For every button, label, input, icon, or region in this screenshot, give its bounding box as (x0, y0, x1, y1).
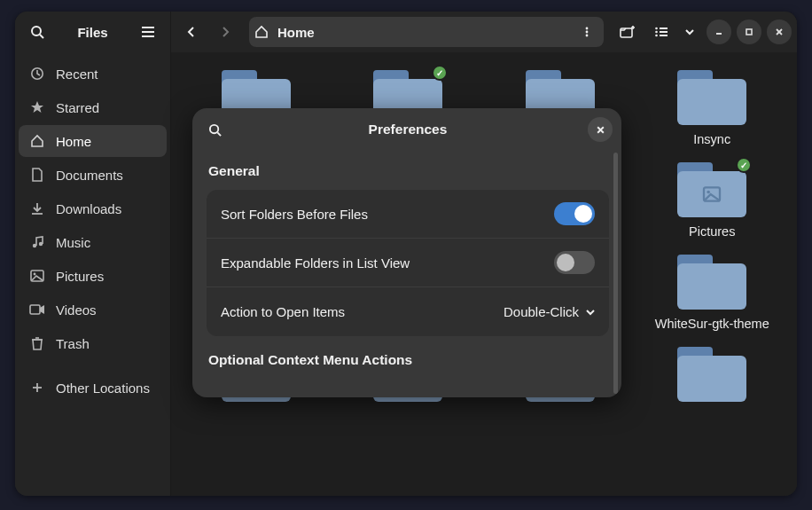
svg-point-28 (655, 35, 658, 37)
sidebar-item-home[interactable]: Home (19, 125, 167, 157)
dialog-body: General Sort Folders Before Files Expand… (192, 151, 621, 397)
svg-point-36 (209, 124, 217, 132)
sidebar-item-label: Other Locations (56, 381, 150, 396)
sidebar-item-documents[interactable]: Documents (19, 159, 167, 191)
plus-icon (29, 381, 45, 394)
close-icon (596, 125, 605, 135)
dialog-search-button[interactable] (201, 116, 228, 143)
home-icon (29, 134, 45, 148)
hamburger-icon (141, 26, 155, 38)
sync-badge-icon: ✓ (432, 65, 448, 81)
doc-icon (29, 168, 45, 182)
sidebar-item-pictures[interactable]: Pictures (19, 260, 167, 292)
search-button[interactable] (22, 17, 52, 47)
sidebar-item-music[interactable]: Music (19, 226, 167, 258)
action-open-combo[interactable]: Double-Click (504, 304, 595, 319)
close-icon (775, 27, 784, 36)
svg-rect-31 (746, 29, 752, 35)
folder-item[interactable]: WhiteSur-gtk-theme (636, 255, 789, 331)
video-icon (29, 304, 45, 315)
sidebar-item-label: Downloads (56, 201, 121, 216)
svg-line-37 (217, 132, 221, 136)
svg-point-18 (586, 27, 589, 30)
sidebar-item-label: Trash (56, 336, 90, 351)
picture-icon (29, 270, 45, 282)
svg-point-26 (655, 31, 658, 34)
sidebar-item-label: Home (56, 134, 91, 149)
pref-action-open: Action to Open Items Double-Click (207, 287, 609, 336)
maximize-button[interactable] (737, 20, 761, 44)
window-controls (707, 20, 792, 44)
svg-point-20 (586, 35, 589, 37)
sidebar-item-other-locations[interactable]: Other Locations (19, 372, 167, 404)
sidebar-item-label: Recent (56, 67, 98, 82)
action-open-value: Double-Click (504, 304, 579, 319)
pref-sort-folders: Sort Folders Before Files (207, 190, 609, 239)
clock-icon (29, 67, 45, 81)
view-options-button[interactable] (680, 17, 699, 47)
folder-item[interactable]: ✓Pictures (636, 162, 789, 239)
expandable-toggle[interactable] (554, 251, 595, 274)
search-icon (208, 123, 222, 137)
download-icon (29, 201, 45, 216)
folder-icon (677, 347, 746, 402)
sidebar-item-videos[interactable]: Videos (19, 294, 167, 326)
pathbar[interactable]: Home (249, 17, 604, 47)
folder-item[interactable] (636, 347, 789, 409)
preferences-dialog: Preferences General Sort Folders Before … (192, 108, 621, 397)
sidebar-item-label: Starred (56, 100, 99, 115)
minimize-button[interactable] (707, 20, 731, 44)
sidebar-header: Files (15, 12, 170, 52)
music-icon (29, 235, 45, 249)
path-label: Home (277, 25, 315, 40)
pref-expandable: Expandable Folders in List View (207, 239, 609, 287)
chevron-left-icon (185, 26, 198, 38)
home-icon (254, 25, 269, 39)
sidebar-item-starred[interactable]: Starred (19, 91, 167, 123)
kebab-icon (581, 26, 593, 38)
svg-point-35 (707, 191, 711, 194)
svg-rect-12 (30, 305, 40, 314)
close-button[interactable] (767, 20, 792, 44)
sidebar-item-label: Pictures (56, 269, 104, 284)
new-tab-button[interactable] (613, 17, 643, 47)
pref-action-open-label: Action to Open Items (221, 304, 345, 319)
sidebar-item-downloads[interactable]: Downloads (19, 192, 167, 224)
sync-badge-icon: ✓ (736, 157, 752, 173)
path-menu-button[interactable] (575, 20, 598, 43)
folder-label: Insync (693, 132, 730, 146)
search-icon (30, 25, 44, 39)
app-title: Files (56, 25, 129, 40)
folder-icon (677, 70, 746, 125)
section-context: Optional Context Menu Actions (208, 352, 607, 368)
pref-list-general: Sort Folders Before Files Expandable Fol… (207, 190, 609, 336)
sidebar-menu-button[interactable] (133, 17, 163, 47)
view-list-button[interactable] (646, 17, 676, 47)
svg-point-19 (586, 31, 589, 34)
dialog-title: Preferences (233, 122, 582, 137)
dialog-close-button[interactable] (588, 117, 613, 142)
pref-sort-folders-label: Sort Folders Before Files (221, 207, 368, 222)
sidebar-list: RecentStarredHomeDocumentsDownloadsMusic… (15, 52, 170, 409)
svg-point-0 (32, 27, 41, 35)
sidebar-item-trash[interactable]: Trash (19, 327, 167, 359)
sort-folders-toggle[interactable] (554, 202, 595, 225)
section-general: General (208, 163, 607, 179)
list-icon (654, 26, 668, 38)
folder-label: WhiteSur-gtk-theme (655, 317, 769, 331)
back-button[interactable] (176, 17, 207, 47)
chevron-down-icon (586, 309, 595, 316)
folder-label: Pictures (689, 224, 735, 239)
chevron-down-icon (685, 28, 694, 35)
minimize-icon (714, 27, 723, 36)
svg-line-1 (40, 35, 43, 38)
maximize-icon (745, 27, 753, 36)
dialog-header: Preferences (192, 108, 621, 151)
star-icon (29, 100, 45, 114)
sidebar-item-recent[interactable]: Recent (19, 58, 167, 90)
svg-point-11 (34, 273, 36, 276)
folder-item[interactable]: Insync (636, 70, 789, 146)
chevron-right-icon (219, 26, 231, 38)
forward-button[interactable] (210, 17, 240, 47)
svg-point-24 (655, 27, 658, 30)
